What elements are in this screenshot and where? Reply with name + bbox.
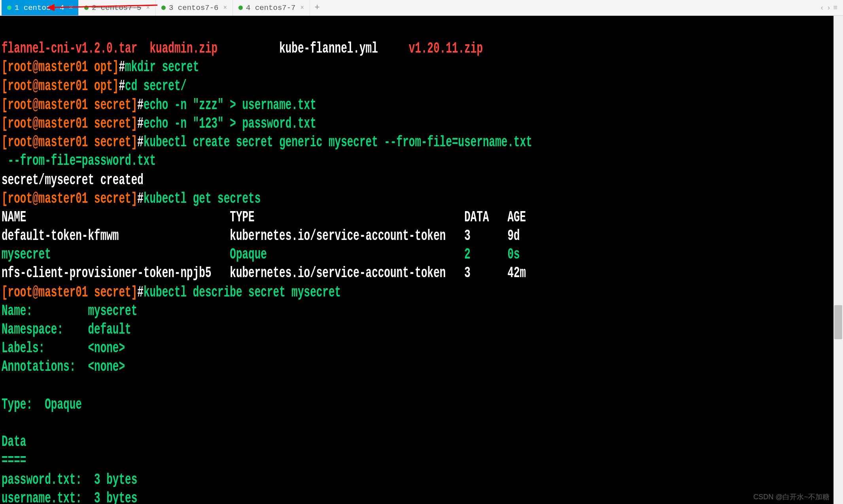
file-listing: v1.20.11.zip <box>409 40 483 58</box>
hash: # <box>137 114 144 132</box>
next-tab-icon[interactable]: › <box>826 4 831 12</box>
tab-centos7-7[interactable]: 4 centos7-7 × <box>233 0 310 15</box>
tab-label: 4 centos7-7 <box>246 4 295 12</box>
describe-output: Name: mysecret Namespace: default Labels… <box>2 302 137 504</box>
add-tab-button[interactable]: + <box>310 3 324 13</box>
command: cd secret/ <box>125 77 187 95</box>
command-wrap: --from-file=password.txt <box>2 152 156 170</box>
command: echo -n "zzz" > username.txt <box>144 96 316 114</box>
command: kubectl describe secret mysecret <box>144 283 341 301</box>
file-listing: kube-flannel.yml <box>279 40 378 58</box>
prev-tab-icon[interactable]: ‹ <box>820 4 824 12</box>
hash: # <box>137 96 144 114</box>
prompt: [root@master01 secret] <box>2 114 137 132</box>
scrollbar-thumb[interactable] <box>834 305 842 339</box>
hash: # <box>137 133 144 151</box>
terminal-area[interactable]: flannel-cni-v1.2.0.tar kuadmin.zip kube-… <box>0 16 843 504</box>
tab-centos7-6[interactable]: 3 centos7-6 × <box>156 0 233 15</box>
watermark: CSDN @白开水~不加糖 <box>753 492 830 502</box>
close-icon[interactable]: × <box>301 4 304 11</box>
secrets-table: NAME TYPE DATA AGE default-token-kfmwm k… <box>2 208 526 282</box>
status-dot-icon <box>161 6 166 10</box>
tab-label: 3 centos7-6 <box>169 4 218 12</box>
tab-centos7-4[interactable]: 1 centos7-4 × <box>2 0 79 15</box>
tab-menu-icon[interactable]: ≡ <box>833 4 837 12</box>
tab-nav: ‹ › ≡ <box>820 4 837 12</box>
output: secret/mysecret created <box>2 170 144 189</box>
status-dot-icon <box>238 6 243 10</box>
status-dot-icon <box>84 6 89 10</box>
command: kubectl create secret generic mysecret -… <box>144 133 532 151</box>
hash: # <box>137 283 144 301</box>
prompt: [root@master01 secret] <box>2 283 137 301</box>
file-listing: flannel-cni-v1.2.0.tar <box>2 40 137 58</box>
prompt: [root@master01 secret] <box>2 133 137 151</box>
prompt: [root@master01 opt] <box>2 77 119 95</box>
command: kubectl get secrets <box>144 189 261 208</box>
tab-bar: 1 centos7-4 × 2 centos7-5 × 3 centos7-6 … <box>0 0 843 16</box>
hash: # <box>119 58 125 76</box>
status-dot-icon <box>7 6 11 10</box>
close-icon[interactable]: × <box>69 4 73 11</box>
command: echo -n "123" > password.txt <box>144 114 316 132</box>
tab-label: 2 centos7-5 <box>92 4 141 12</box>
scrollbar[interactable] <box>834 16 843 504</box>
hash: # <box>119 77 125 95</box>
prompt: [root@master01 secret] <box>2 189 137 208</box>
tab-label: 1 centos7-4 <box>15 4 64 12</box>
close-icon[interactable]: × <box>223 4 227 11</box>
tab-centos7-5[interactable]: 2 centos7-5 × <box>79 0 156 15</box>
prompt: [root@master01 secret] <box>2 96 137 114</box>
terminal-content: flannel-cni-v1.2.0.tar kuadmin.zip kube-… <box>0 16 843 504</box>
close-icon[interactable]: × <box>146 4 150 11</box>
file-listing: kuadmin.zip <box>149 40 217 58</box>
prompt: [root@master01 opt] <box>2 58 119 76</box>
hash: # <box>137 189 144 208</box>
command: mkdir secret <box>125 58 199 76</box>
